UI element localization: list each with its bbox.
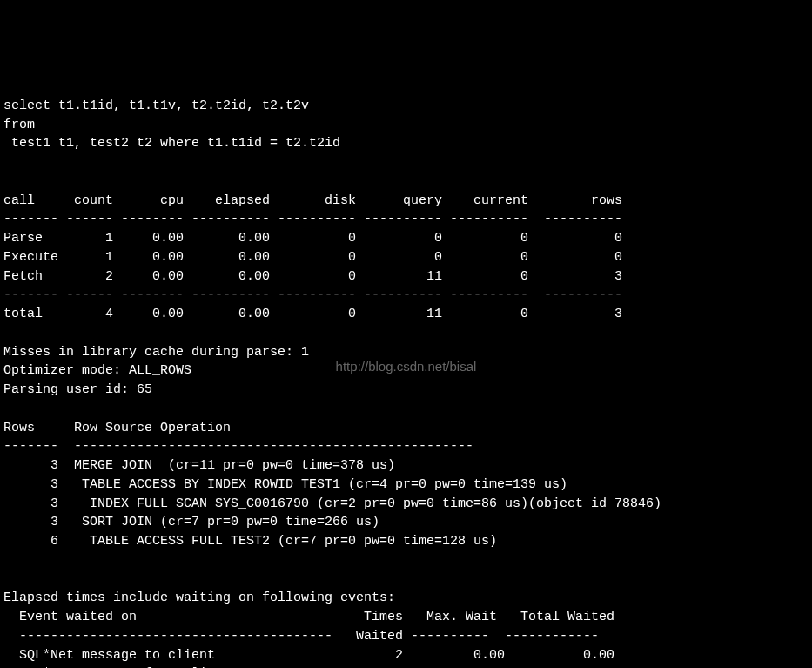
- optimizer-line: Optimizer mode: ALL_ROWS: [3, 363, 191, 378]
- events-intro: Elapsed times include waiting on followi…: [3, 590, 395, 605]
- stats-header-row: call count cpu elapsed disk query curren…: [3, 193, 622, 208]
- stats-row-parse: Parse 1 0.00 0.00 0 0 0 0: [3, 231, 622, 246]
- rowsrc-header: Rows Row Source Operation: [3, 421, 231, 435]
- terminal-output: select t1.t1id, t1.t1v, t2.t2id, t2.t2v …: [0, 95, 812, 668]
- stats-row-total: total 4 0.00 0.00 0 11 0 3: [3, 307, 622, 321]
- stats-divider: ------- ------ -------- ---------- -----…: [3, 287, 622, 302]
- rowsrc-line: 3 MERGE JOIN (cr=11 pr=0 pw=0 time=378 u…: [3, 458, 395, 473]
- events-header2: ----------------------------------------…: [3, 629, 599, 644]
- rowsrc-line: 6 TABLE ACCESS FULL TEST2 (cr=7 pr=0 pw=…: [3, 534, 497, 549]
- events-row: SQL*Net message to client 2 0.00 0.00: [3, 648, 614, 663]
- parsing-user-line: Parsing user id: 65: [3, 382, 152, 397]
- stats-row-fetch: Fetch 2 0.00 0.00 0 11 0 3: [3, 269, 622, 284]
- misses-line: Misses in library cache during parse: 1: [3, 345, 309, 360]
- stats-divider: ------- ------ -------- ---------- -----…: [3, 212, 622, 226]
- rowsrc-line: 3 SORT JOIN (cr=7 pr=0 pw=0 time=266 us): [3, 515, 379, 530]
- sql-line1: select t1.t1id, t1.t1v, t2.t2id, t2.t2v: [3, 98, 309, 113]
- events-header1: Event waited on Times Max. Wait Total Wa…: [3, 610, 614, 624]
- stats-row-execute: Execute 1 0.00 0.00 0 0 0 0: [3, 250, 622, 265]
- sql-line2: from: [3, 118, 35, 132]
- rowsrc-line: 3 TABLE ACCESS BY INDEX ROWID TEST1 (cr=…: [3, 477, 567, 492]
- sql-line3: test1 t1, test2 t2 where t1.t1id = t2.t2…: [3, 136, 340, 151]
- rowsrc-line: 3 INDEX FULL SCAN SYS_C0016790 (cr=2 pr=…: [3, 496, 661, 511]
- rowsrc-divider: ------- --------------------------------…: [3, 439, 473, 454]
